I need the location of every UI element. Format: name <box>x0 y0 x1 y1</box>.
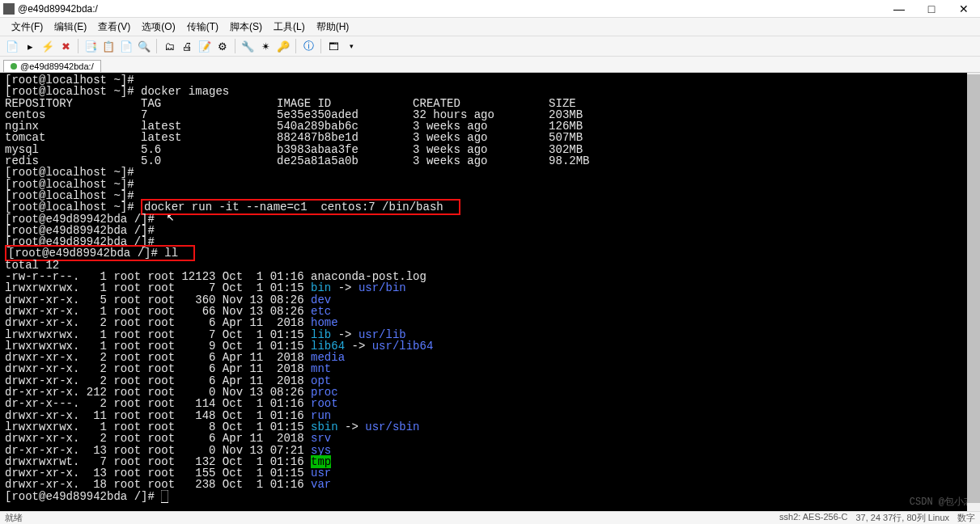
find-icon[interactable]: 🔍 <box>137 39 151 53</box>
print-icon[interactable]: 🖨 <box>180 39 194 53</box>
menubar: 文件(F)编辑(E)查看(V)选项(O)传输(T)脚本(S)工具(L)帮助(H) <box>0 18 980 36</box>
new-session-icon[interactable]: 📄 <box>5 39 19 53</box>
sessions-icon[interactable]: 📑 <box>83 39 98 53</box>
settings-icon[interactable]: ⚙ <box>215 39 230 53</box>
key-icon[interactable]: 🔑 <box>276 39 291 53</box>
maximize-button[interactable]: □ <box>918 2 944 15</box>
window-title: @e49d89942bda:/ <box>18 3 98 15</box>
menu-item[interactable]: 脚本(S) <box>225 19 267 36</box>
toolbar: 📄 ▸ ⚡ ✖ 📑 📋 📄 🔍 🗂 🖨 📝 ⚙ 🔧 ✴ 🔑 ⓘ 🗔 ▾ <box>0 36 980 57</box>
reconnect-icon[interactable]: ⚡ <box>40 39 55 53</box>
menu-item[interactable]: 文件(F) <box>6 19 48 36</box>
status-segment: 数字 <box>957 512 975 524</box>
minimize-button[interactable]: — <box>886 2 912 15</box>
terminal-output[interactable]: [root@localhost ~]# [root@localhost ~]# … <box>0 73 980 511</box>
arrow-icon[interactable]: ▸ <box>23 39 37 53</box>
status-dot-icon <box>11 63 17 70</box>
statusbar: 就绪 ssh2: AES-256-C37, 24 37行, 80列 Linux数… <box>0 511 980 524</box>
options-icon[interactable]: 📝 <box>197 39 212 53</box>
tools1-icon[interactable]: 🔧 <box>240 39 255 53</box>
tabbar: @e49d89942bda:/ <box>0 57 980 73</box>
tab-label: @e49d89942bda:/ <box>20 61 94 71</box>
menu-item[interactable]: 工具(L) <box>269 19 310 36</box>
dropdown-icon[interactable]: ▾ <box>344 39 358 53</box>
vertical-scrollbar[interactable] <box>967 73 980 511</box>
close-button[interactable]: ✕ <box>951 2 977 15</box>
disconnect-icon[interactable]: ✖ <box>58 39 73 53</box>
menu-item[interactable]: 帮助(H) <box>312 19 354 36</box>
copy-icon[interactable]: 📋 <box>101 39 116 53</box>
menu-item[interactable]: 选项(O) <box>137 19 180 36</box>
session-tab[interactable]: @e49d89942bda:/ <box>3 60 101 72</box>
help-icon[interactable]: ⓘ <box>301 39 316 53</box>
menu-item[interactable]: 查看(V) <box>93 19 135 36</box>
status-segment: 37, 24 37行, 80列 Linux <box>855 512 949 524</box>
paste-icon[interactable]: 📄 <box>119 39 134 53</box>
window-titlebar: @e49d89942bda:/ — □ ✕ <box>0 0 980 18</box>
status-segment: ssh2: AES-256-C <box>779 512 847 524</box>
app-icon <box>3 3 15 15</box>
menu-item[interactable]: 编辑(E) <box>49 19 91 36</box>
watermark-text: CSDN @包小志 <box>910 497 974 508</box>
menu-item[interactable]: 传输(T) <box>182 19 223 36</box>
window-icon[interactable]: 🗔 <box>326 39 341 53</box>
tools2-icon[interactable]: ✴ <box>258 39 273 53</box>
properties-icon[interactable]: 🗂 <box>162 39 176 53</box>
status-left: 就绪 <box>5 512 23 524</box>
